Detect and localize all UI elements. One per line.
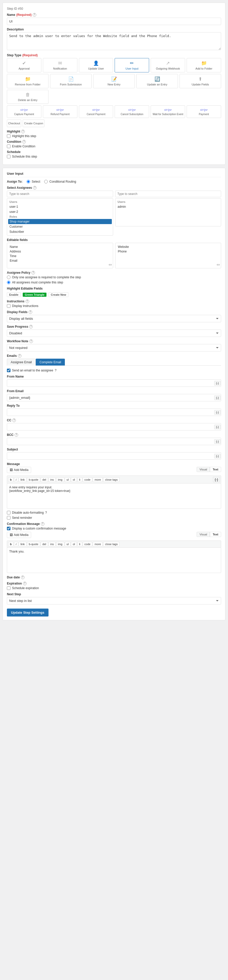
- confirmation-message-help-icon[interactable]: ?: [41, 522, 44, 526]
- message-visual-tab[interactable]: Visual: [196, 467, 210, 472]
- tab-complete-email[interactable]: Complete Email: [36, 359, 65, 366]
- instructions-help-icon[interactable]: ?: [25, 299, 29, 303]
- from-email-input[interactable]: [7, 394, 221, 401]
- toolbar-close-tags[interactable]: close tags: [103, 477, 119, 482]
- from-name-input[interactable]: [7, 379, 221, 387]
- step-type-delete-entry[interactable]: 🗑 Delete an Entry: [7, 90, 49, 104]
- step-type-cancel-payment[interactable]: stripe Cancel Payment: [79, 105, 113, 118]
- step-type-add-to-folder[interactable]: 📁 Add to Folder: [187, 58, 221, 72]
- toolbar-b[interactable]: b: [8, 477, 14, 482]
- reply-to-insert-btn[interactable]: {-}: [214, 410, 221, 415]
- move-icon-right[interactable]: ⇔: [217, 262, 220, 267]
- toolbar-ins[interactable]: ins: [49, 477, 55, 482]
- tab-assignee-email[interactable]: Assignee Email: [7, 359, 36, 366]
- highlight-green-triangle-btn[interactable]: Green Triangle: [23, 293, 46, 297]
- select-assignees-help-icon[interactable]: ?: [33, 186, 36, 189]
- conf-toolbar-li[interactable]: li: [78, 542, 82, 546]
- conf-toolbar-del[interactable]: del: [41, 542, 48, 546]
- step-type-cancel-subscription[interactable]: stripe Cancel Subscription: [115, 105, 149, 118]
- from-email-insert-btn[interactable]: {-}: [214, 396, 221, 400]
- toolbar-code[interactable]: code: [83, 477, 92, 482]
- schedule-expiration-checkbox[interactable]: [7, 586, 11, 590]
- assignees-search-left[interactable]: [7, 191, 113, 197]
- condition-checkbox[interactable]: [7, 145, 11, 148]
- highlight-create-new-btn[interactable]: Create New: [49, 293, 68, 297]
- step-type-capture-payment[interactable]: stripe Capture Payment: [7, 105, 41, 118]
- message-insert-btn[interactable]: {-}: [213, 477, 220, 482]
- step-type-remove-from-folder[interactable]: 📁 Remove from Folder: [7, 74, 49, 88]
- reply-to-input[interactable]: [7, 409, 221, 416]
- toolbar-li[interactable]: li: [78, 477, 82, 482]
- confirmation-visual-tab[interactable]: Visual: [196, 532, 210, 537]
- move-icon-left[interactable]: ⇔: [109, 262, 112, 267]
- conf-toolbar-bquote[interactable]: b-quote: [27, 542, 40, 546]
- step-type-approval[interactable]: ✔ Approval: [7, 58, 41, 72]
- assignee-user2[interactable]: user-2: [8, 209, 112, 214]
- display-fields-help-icon[interactable]: ?: [28, 310, 32, 314]
- disable-autoformat-help-icon[interactable]: ?: [45, 511, 47, 514]
- cc-input[interactable]: [7, 423, 221, 431]
- assignee-shop-manager[interactable]: Shop manager: [8, 219, 112, 224]
- assignees-search-right[interactable]: [115, 191, 222, 197]
- confirmation-editor[interactable]: Thank you.: [7, 547, 221, 573]
- step-type-refund-payment[interactable]: stripe Refund Payment: [43, 105, 78, 118]
- toolbar-ul[interactable]: ul: [65, 477, 71, 482]
- conf-toolbar-i[interactable]: i: [14, 542, 18, 546]
- assignee-policy-help-icon[interactable]: ?: [32, 271, 35, 274]
- toolbar-ol[interactable]: ol: [71, 477, 77, 482]
- assignee-subscriber[interactable]: Subscriber: [8, 229, 112, 234]
- send-email-help-icon[interactable]: ?: [55, 369, 56, 372]
- step-type-checkout[interactable]: Checkout: [7, 119, 21, 127]
- conf-toolbar-close-tags[interactable]: close tags: [103, 542, 119, 546]
- step-type-wait-subscription[interactable]: stripe Wait for Subscription Event: [150, 105, 185, 118]
- step-type-user-input[interactable]: ✏ User Input: [115, 58, 149, 72]
- update-step-settings-button[interactable]: Update Step Settings: [7, 609, 49, 617]
- highlight-checkbox[interactable]: [7, 134, 11, 138]
- toolbar-link[interactable]: link: [19, 477, 27, 482]
- instructions-checkbox[interactable]: [7, 304, 11, 308]
- assigned-admin[interactable]: admin: [116, 204, 220, 209]
- conf-toolbar-ins[interactable]: ins: [49, 542, 55, 546]
- conf-toolbar-b[interactable]: b: [8, 542, 14, 546]
- bcc-insert-btn[interactable]: {-}: [214, 439, 221, 444]
- emails-help-icon[interactable]: ?: [18, 354, 21, 358]
- name-input[interactable]: [7, 18, 221, 25]
- send-reminder-checkbox[interactable]: [7, 516, 11, 520]
- step-type-outgoing-webhook[interactable]: ↗ Outgoing Webhook: [150, 58, 185, 72]
- name-help-icon[interactable]: ?: [33, 13, 36, 17]
- assignee-customer[interactable]: Customer: [8, 224, 112, 229]
- conf-toolbar-img[interactable]: img: [56, 542, 64, 546]
- message-text-tab[interactable]: Text: [210, 467, 221, 472]
- step-type-form-submission[interactable]: 📄 Form Submission: [50, 74, 92, 88]
- toolbar-img[interactable]: img: [56, 477, 64, 482]
- highlight-help-icon[interactable]: ?: [21, 130, 25, 133]
- save-progress-help-icon[interactable]: ?: [29, 325, 33, 328]
- save-progress-select[interactable]: Disabled Enabled: [7, 329, 221, 337]
- conf-toolbar-link[interactable]: link: [19, 542, 27, 546]
- next-step-select[interactable]: Next step in list: [7, 597, 221, 605]
- conf-toolbar-ul[interactable]: ul: [65, 542, 71, 546]
- workflow-note-select[interactable]: Not required Required: [7, 344, 221, 352]
- disable-autoformat-checkbox[interactable]: [7, 511, 11, 514]
- assign-to-select-radio[interactable]: [27, 180, 30, 183]
- step-type-update-entry[interactable]: 🔄 Update an Entry: [136, 74, 178, 88]
- bcc-help-icon[interactable]: ?: [14, 433, 18, 437]
- condition-help-icon[interactable]: ?: [22, 140, 26, 143]
- display-confirmation-checkbox[interactable]: [7, 527, 11, 530]
- description-input[interactable]: Send to the admin user to enter values f…: [7, 32, 221, 50]
- from-name-insert-btn[interactable]: {-}: [214, 381, 221, 385]
- workflow-note-help-icon[interactable]: ?: [29, 339, 33, 343]
- subject-input[interactable]: [7, 452, 221, 460]
- step-type-update-fields[interactable]: ⬆ Update Fields: [179, 74, 221, 88]
- confirmation-text-tab[interactable]: Text: [210, 532, 221, 537]
- step-type-create-coupon[interactable]: Create Coupon: [23, 119, 44, 127]
- bcc-input[interactable]: [7, 438, 221, 445]
- policy-all-required-radio[interactable]: [7, 281, 11, 284]
- display-fields-select[interactable]: Display all fields Select fields: [7, 315, 221, 322]
- subject-insert-btn[interactable]: {-}: [214, 454, 221, 458]
- step-type-notification[interactable]: ✉ Notification: [43, 58, 78, 72]
- due-date-help-icon[interactable]: ?: [21, 576, 25, 579]
- expiration-help-icon[interactable]: ?: [23, 582, 27, 585]
- add-media-button[interactable]: 🖼 Add Media: [7, 467, 31, 473]
- conf-toolbar-more[interactable]: more: [93, 542, 103, 546]
